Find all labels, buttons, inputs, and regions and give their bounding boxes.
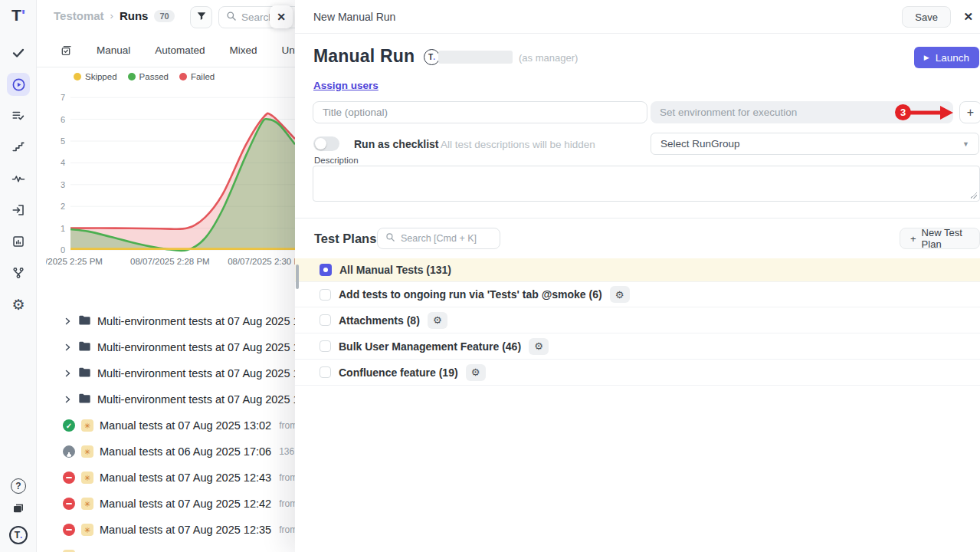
rungroup-select[interactable]: Select RunGroup ▼ — [651, 133, 979, 155]
run-label[interactable]: Manual tests at 07 Aug 2025 13:02 — [100, 419, 271, 432]
run-folder-row[interactable]: Multi-environment tests at 07 Aug 2025 1… — [37, 308, 295, 334]
checkbox-unchecked[interactable] — [320, 366, 331, 378]
plus-icon: + — [910, 233, 916, 245]
resize-handle-icon[interactable] — [970, 192, 977, 199]
sidebar-item-test-plans[interactable] — [7, 104, 30, 127]
manual-run-icon: ✳ — [81, 445, 93, 458]
run-label[interactable]: Multi-environment tests at 07 Aug 2025 1… — [97, 315, 295, 327]
run-row[interactable]: ✳Manual tests at 07 Aug 2025 12:43from C… — [37, 465, 295, 491]
test-plan-row[interactable]: Attachments (8)⚙ — [295, 307, 980, 334]
sidebar-item-import[interactable] — [7, 199, 30, 222]
gear-icon[interactable]: ⚙ — [428, 312, 447, 329]
run-label[interactable]: Manual tests at 07 Aug 2025 12:42 — [100, 498, 271, 510]
legend-item-passed[interactable]: Passed — [128, 72, 169, 81]
add-environment-button[interactable]: + — [959, 101, 980, 123]
sidebar-item-reports[interactable] — [7, 230, 30, 253]
chevron-right-icon[interactable] — [63, 317, 72, 326]
run-row[interactable]: ✓✳Manual tests at 07 Aug 2025 13:02from … — [37, 412, 295, 439]
sidebar-item-analytics[interactable] — [7, 167, 30, 190]
test-plans-search-input[interactable]: Search [Cmd + K] — [377, 228, 500, 249]
tab-automated[interactable]: Automated — [155, 44, 205, 56]
checkbox-unchecked[interactable] — [320, 340, 331, 352]
help-icon[interactable]: ? — [11, 478, 26, 494]
x-tick-label: 08/07/2025 2:28 PM — [130, 257, 210, 266]
breadcrumb-page[interactable]: Runs — [120, 9, 149, 22]
gear-icon[interactable]: ⚙ — [529, 338, 549, 355]
run-row[interactable]: ✳Manual tests at 07 Aug 2025 12:42from C… — [37, 491, 295, 517]
launch-button[interactable]: ▶ Launch — [914, 47, 979, 68]
test-plan-row[interactable]: Add tests to ongoing run via 'Tests' tab… — [295, 281, 980, 307]
tab-mixed[interactable]: Mixed — [230, 44, 257, 56]
filter-button[interactable] — [190, 6, 212, 28]
sidebar-item-settings[interactable]: ⚙ — [7, 293, 30, 316]
scrollbar-thumb[interactable] — [296, 264, 299, 289]
run-as-checklist-toggle[interactable] — [313, 136, 339, 151]
owner-name-redacted — [438, 51, 513, 64]
new-test-plan-button[interactable]: + New Test Plan — [900, 228, 980, 249]
bottom-logo-icon[interactable]: T. — [9, 526, 28, 544]
icon-rail: T' ⚙ ? T. — [0, 0, 37, 552]
list-check-icon — [11, 109, 25, 123]
description-textarea[interactable] — [313, 166, 980, 202]
run-meta: 136 tests — [279, 446, 295, 457]
run-row[interactable]: ✳ — [37, 543, 295, 552]
run-label[interactable]: Manual tests at 07 Aug 2025 12:35 — [100, 524, 271, 536]
pages-icon[interactable] — [11, 501, 25, 518]
run-label[interactable]: Multi-environment tests at 07 Aug 2025 1… — [97, 367, 295, 380]
test-plan-row[interactable]: Confluence feature (19)⚙ — [295, 360, 980, 386]
assign-users-link[interactable]: Assign users — [313, 80, 379, 91]
svg-text:1: 1 — [61, 224, 65, 233]
run-meta: from Custom — [279, 472, 295, 483]
sidebar-item-milestones[interactable] — [7, 136, 30, 159]
folder-icon — [78, 314, 91, 329]
all-manual-tests-label: All Manual Tests (131) — [339, 264, 451, 276]
select-all-icon[interactable] — [60, 44, 72, 57]
panel-header: New Manual Run Save ✕ — [295, 0, 980, 34]
sidebar-item-branches[interactable] — [7, 261, 30, 284]
branch-icon — [11, 266, 25, 280]
play-icon: ▶ — [924, 54, 929, 61]
run-row[interactable]: ✳Manual tests at 06 Aug 2025 17:06136 te… — [37, 439, 295, 465]
test-plan-row[interactable]: Bulk User Management Feature (46)⚙ — [295, 334, 980, 360]
breadcrumb-app[interactable]: Testomat — [54, 9, 104, 22]
legend-item-skipped[interactable]: Skipped — [74, 72, 117, 81]
run-label[interactable]: Multi-environment tests at 07 Aug 2025 1… — [97, 393, 295, 406]
run-row[interactable]: ✳Manual tests at 07 Aug 2025 12:35from C… — [37, 517, 295, 543]
checkbox-unchecked[interactable] — [320, 289, 331, 301]
run-label[interactable]: Manual tests at 07 Aug 2025 12:43 — [100, 472, 271, 484]
run-folder-row[interactable]: Multi-environment tests at 07 Aug 2025 1… — [37, 360, 295, 386]
save-button[interactable]: Save — [902, 6, 951, 28]
chevron-right-icon[interactable] — [63, 343, 72, 352]
gear-icon[interactable]: ⚙ — [466, 364, 486, 381]
gear-icon[interactable]: ⚙ — [610, 286, 630, 303]
checkbox-checked-icon[interactable] — [320, 264, 332, 276]
x-tick-label: 08/07/2025 2:30 PM — [228, 257, 295, 266]
close-icon[interactable]: ✕ — [963, 10, 973, 24]
run-folder-row[interactable]: Multi-environment tests at 07 Aug 2025 1… — [37, 386, 295, 412]
tab-manual[interactable]: Manual — [97, 44, 130, 56]
run-folder-row[interactable]: Multi-environment tests at 07 Aug 2025 1… — [37, 334, 295, 360]
svg-text:3: 3 — [61, 180, 65, 189]
as-manager-label: (as manager) — [519, 52, 578, 64]
folder-icon — [78, 340, 91, 355]
folder-icon — [78, 393, 91, 407]
manual-run-icon: ✳ — [81, 498, 93, 510]
legend-item-failed[interactable]: Failed — [179, 72, 215, 81]
run-label[interactable]: Multi-environment tests at 07 Aug 2025 1… — [97, 341, 295, 353]
chevron-right-icon[interactable] — [63, 395, 72, 404]
title-placeholder: Title (optional) — [323, 107, 388, 118]
annotation-arrow-icon — [910, 105, 954, 123]
run-label[interactable]: Manual tests at 06 Aug 2025 17:06 — [100, 445, 271, 458]
manual-run-icon: ✳ — [81, 472, 93, 484]
chevron-right-icon[interactable] — [63, 369, 72, 378]
testomat-logo[interactable]: T' — [0, 6, 37, 25]
sidebar-item-tests[interactable] — [7, 41, 30, 64]
search-clear-button[interactable]: ✕ — [270, 5, 293, 28]
checkbox-unchecked[interactable] — [320, 314, 331, 326]
folder-icon — [78, 366, 91, 381]
title-input[interactable]: Title (optional) — [313, 101, 647, 123]
search-icon — [385, 232, 395, 245]
sidebar-item-runs[interactable] — [7, 73, 30, 96]
all-manual-tests-row[interactable]: All Manual Tests (131) — [295, 258, 980, 281]
rungroup-placeholder: Select RunGroup — [660, 138, 740, 150]
